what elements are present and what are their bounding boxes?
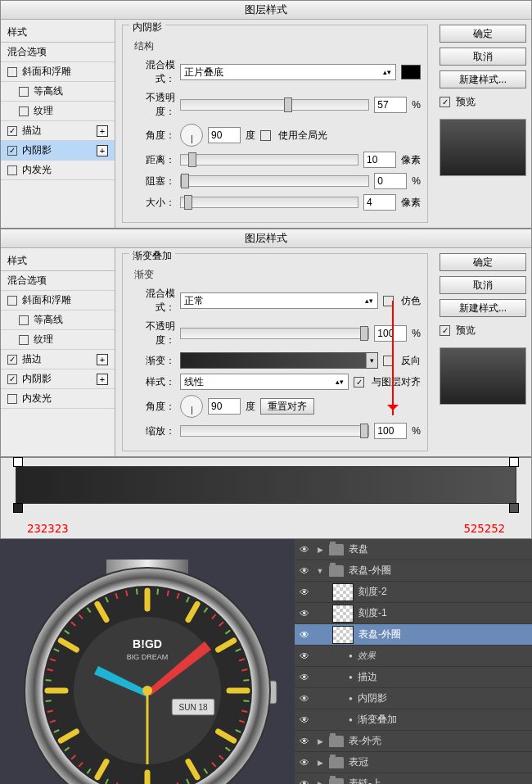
layer-folder-row[interactable]: 👁▶表链-上 [295,773,532,784]
layer-row[interactable]: 👁刻度-1 [295,603,532,624]
sidebar-item[interactable]: 内阴影+ [1,369,115,389]
scale-input[interactable]: 100 [374,423,407,439]
visibility-icon[interactable]: 👁 [298,693,311,705]
checkbox[interactable] [7,146,17,156]
global-light-checkbox[interactable] [260,130,271,141]
color-swatch[interactable] [401,65,421,79]
sidebar-item[interactable]: 等高线 [1,82,115,102]
visibility-icon[interactable]: 👁 [298,650,311,662]
preview-checkbox[interactable] [440,325,450,336]
checkbox[interactable] [19,335,29,345]
new-style-button[interactable]: 新建样式... [440,70,526,88]
style-select[interactable]: 线性▴▾ [180,374,349,390]
checkbox[interactable] [19,106,29,116]
visibility-icon[interactable]: 👁 [298,587,311,598]
opacity-input[interactable]: 100 [374,325,407,342]
plus-icon[interactable]: + [97,145,108,156]
checkbox[interactable] [7,126,17,136]
opacity-slider[interactable] [180,99,369,111]
sidebar-header[interactable]: 样式 [1,252,115,271]
gradient-picker[interactable]: ▾ [180,352,378,369]
checkbox[interactable] [7,165,17,175]
ok-button[interactable]: 确定 [440,25,526,43]
cancel-button[interactable]: 取消 [440,276,526,294]
effect-row[interactable]: 👁●渐变叠加 [295,709,532,731]
effect-row[interactable]: 👁●效果 [295,646,532,667]
sidebar-item[interactable]: 斜面和浮雕 [1,62,115,82]
ok-button[interactable]: 确定 [440,253,526,271]
sidebar-item[interactable]: 描边+ [1,121,115,141]
size-input[interactable]: 4 [363,194,396,211]
distance-slider[interactable] [180,154,358,165]
visibility-icon[interactable]: 👁 [298,757,311,768]
plus-icon[interactable]: + [97,354,108,365]
choke-slider[interactable] [180,175,369,187]
disclosure-icon[interactable]: ▼ [316,567,324,575]
visibility-icon[interactable]: 👁 [298,544,311,555]
reset-align-button[interactable]: 重置对齐 [260,398,314,415]
plus-icon[interactable]: + [97,374,108,385]
choke-input[interactable]: 0 [374,173,407,189]
visibility-icon[interactable]: 👁 [298,778,311,785]
visibility-icon[interactable]: 👁 [298,608,311,619]
visibility-icon[interactable]: 👁 [298,565,311,577]
angle-dial[interactable] [180,395,203,418]
opacity-input[interactable]: 57 [374,97,407,113]
blend-mode-select[interactable]: 正片叠底▴▾ [180,64,396,80]
color-stop-right[interactable] [509,503,519,513]
preview-checkbox[interactable] [440,97,450,107]
sidebar-item[interactable]: 斜面和浮雕 [1,291,115,310]
sidebar-header[interactable]: 样式 [1,23,115,43]
size-slider[interactable] [180,197,358,208]
effect-row[interactable]: 👁●描边 [295,667,532,688]
sidebar-item[interactable]: 纹理 [1,102,115,121]
color-stop-left[interactable] [13,503,23,513]
angle-input[interactable]: 90 [208,127,241,143]
new-style-button[interactable]: 新建样式... [440,299,526,317]
angle-input[interactable]: 90 [208,398,241,415]
disclosure-icon[interactable]: ▶ [316,759,324,767]
disclosure-icon[interactable]: ▶ [316,737,324,745]
visibility-icon[interactable]: 👁 [298,672,311,683]
checkbox[interactable] [7,374,17,384]
visibility-icon[interactable]: 👁 [298,736,311,747]
plus-icon[interactable]: + [97,125,108,137]
layer-row[interactable]: 👁表盘-外圈 [295,624,532,646]
sidebar-item[interactable]: 描边+ [1,350,115,369]
opacity-stop-left[interactable] [13,457,23,467]
cancel-button[interactable]: 取消 [440,48,526,66]
sidebar-item[interactable]: 内阴影+ [1,141,115,161]
checkbox[interactable] [7,394,17,404]
blend-options-row[interactable]: 混合选项 [1,43,115,62]
angle-dial[interactable] [180,124,203,147]
checkbox[interactable] [19,87,29,97]
layer-folder-row[interactable]: 👁▶表冠 [295,752,532,773]
align-checkbox[interactable] [354,377,364,387]
opacity-stop-right[interactable] [509,457,519,467]
layer-folder-row[interactable]: 👁▶表盘 [295,539,532,560]
sidebar-item[interactable]: 内发光 [1,389,115,409]
distance-input[interactable]: 10 [363,152,396,168]
sidebar-item[interactable]: 纹理 [1,330,115,350]
sidebar-item-label: 描边 [22,124,97,138]
checkbox[interactable] [7,67,17,77]
gradient-bar[interactable] [16,466,516,504]
sidebar-item[interactable]: 内发光 [1,161,115,180]
opacity-slider[interactable] [180,328,369,339]
blend-options-row[interactable]: 混合选项 [1,271,115,291]
visibility-icon[interactable]: 👁 [298,629,311,641]
scale-slider[interactable] [180,425,369,437]
checkbox[interactable] [19,315,29,325]
sidebar-item[interactable]: 等高线 [1,310,115,330]
disclosure-icon[interactable]: ▶ [316,780,324,785]
disclosure-icon[interactable]: ▶ [316,546,324,554]
layer-folder-row[interactable]: 👁▼表盘-外圈 [295,560,532,582]
sidebar-item-label: 纹理 [34,104,108,118]
effect-row[interactable]: 👁●内阴影 [295,688,532,709]
layer-folder-row[interactable]: 👁▶表-外壳 [295,731,532,752]
blend-mode-select[interactable]: 正常▴▾ [180,292,378,309]
visibility-icon[interactable]: 👁 [298,714,311,726]
checkbox[interactable] [7,296,17,306]
checkbox[interactable] [7,355,17,365]
layer-row[interactable]: 👁刻度-2 [295,582,532,603]
